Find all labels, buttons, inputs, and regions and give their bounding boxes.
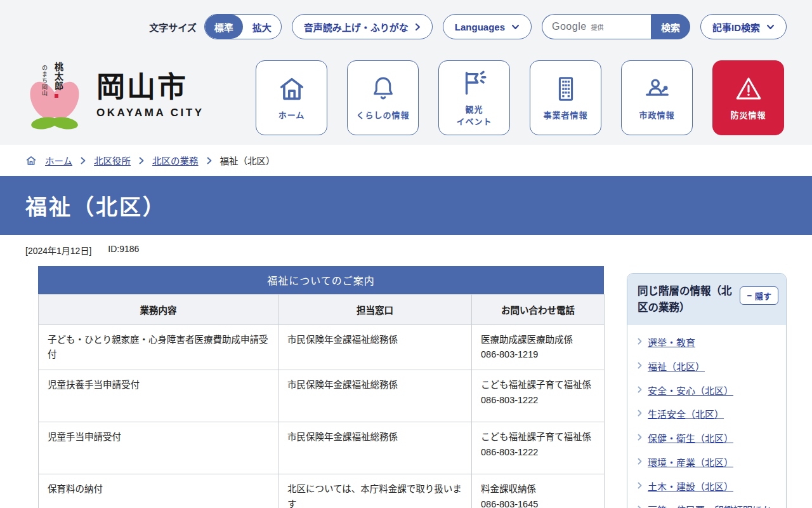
contact-phone: 086-803-1222 bbox=[481, 445, 595, 460]
sidebar-link-health-hygiene-kita[interactable]: 保健・衛生（北区） bbox=[648, 432, 733, 446]
list-item: 選挙・教育 bbox=[638, 331, 776, 355]
hide-button-label: 隠す bbox=[755, 290, 771, 302]
same-level-info-sidebar: 同じ階層の情報（北区の業務） − 隠す 選挙・教育 福祉（北区） 安全・安心（北… bbox=[627, 273, 787, 508]
bell-icon bbox=[369, 74, 398, 104]
tts-furigana-label: 音声読み上げ・ふりがな bbox=[304, 20, 409, 34]
cell-phone: 医療助成課医療助成係 086-803-1219 bbox=[472, 325, 605, 370]
column-header-desk: 担当窓口 bbox=[278, 295, 472, 325]
contact-dept: 医療助成課医療助成係 bbox=[481, 333, 595, 347]
chevron-right-icon bbox=[638, 434, 642, 441]
breadcrumb-link-home[interactable]: ホーム bbox=[45, 154, 72, 167]
site-logo[interactable]: のまち岡山 桃太郎 岡山市 OKAYAMA CITY bbox=[25, 61, 204, 131]
chevron-right-icon bbox=[139, 157, 144, 164]
google-provided-label: 提供 bbox=[591, 22, 604, 32]
chevron-right-icon bbox=[415, 23, 421, 31]
chevron-down-icon bbox=[511, 24, 520, 30]
list-item: 土木・建設（北区） bbox=[638, 475, 776, 499]
sidebar-link-election-education[interactable]: 選挙・教育 bbox=[648, 336, 695, 350]
chevron-right-icon bbox=[207, 157, 212, 164]
nav-label-living-info: くらしの情報 bbox=[356, 110, 409, 122]
contact-dept: こども福祉課子育て福祉係 bbox=[481, 378, 595, 392]
contact-dept: こども福祉課子育て福祉係 bbox=[481, 430, 595, 444]
chevron-right-icon bbox=[638, 505, 642, 508]
cell-task: 児童扶養手当申請受付 bbox=[39, 370, 278, 422]
cell-phone: こども福祉課子育て福祉係 086-803-1222 bbox=[472, 370, 605, 422]
text-size-toggle: 標準 拡大 bbox=[204, 14, 282, 39]
chevron-right-icon bbox=[638, 458, 642, 465]
home-icon bbox=[25, 155, 37, 166]
chevron-right-icon bbox=[638, 338, 642, 345]
article-id: ID:9186 bbox=[108, 244, 139, 257]
breadcrumb-link-kita-ward-office[interactable]: 北区役所 bbox=[94, 154, 131, 167]
cell-desk: 市民保険年金課福祉総務係 bbox=[278, 422, 472, 474]
column-header-phone: お問い合わせ電話 bbox=[472, 295, 605, 325]
list-item: 福祉（北区） bbox=[638, 355, 776, 379]
search-button[interactable]: 検索 bbox=[651, 14, 690, 39]
logo-tagline-sub: のまち岡山 bbox=[41, 65, 49, 97]
sidebar-link-environment-industry-kita[interactable]: 環境・産業（北区） bbox=[648, 456, 733, 470]
global-navigation: ホーム くらしの情報 観光 イベント bbox=[256, 60, 784, 135]
sidebar-link-daily-safety-kita[interactable]: 生活安全（北区） bbox=[648, 408, 724, 422]
nav-button-city-government[interactable]: 市政情報 bbox=[621, 60, 693, 135]
city-name: 岡山市 bbox=[96, 73, 204, 102]
search-input[interactable]: Google 提供 bbox=[542, 14, 651, 39]
site-search: Google 提供 検索 bbox=[542, 14, 690, 39]
publish-date: [2024年1月12日] bbox=[25, 244, 91, 257]
flag-icon bbox=[460, 68, 489, 98]
column-header-task: 業務内容 bbox=[39, 295, 278, 325]
cell-phone: こども福祉課子育て福祉係 086-803-1222 bbox=[472, 422, 605, 474]
nav-button-living-info[interactable]: くらしの情報 bbox=[347, 60, 419, 135]
sidebar-link-safety-security-kita[interactable]: 安全・安心（北区） bbox=[648, 384, 733, 398]
nav-button-business-info[interactable]: 事業者情報 bbox=[530, 60, 601, 135]
logo-tagline-main: 桃太郎 bbox=[52, 62, 65, 91]
sidebar-link-civil-construction-kita[interactable]: 土木・建設（北区） bbox=[648, 480, 733, 494]
chevron-right-icon bbox=[638, 362, 642, 369]
breadcrumb-current-page: 福祉（北区） bbox=[220, 154, 275, 167]
tts-furigana-button[interactable]: 音声読み上げ・ふりがな bbox=[292, 14, 433, 39]
hide-button[interactable]: − 隠す bbox=[740, 286, 778, 305]
minus-icon: − bbox=[747, 291, 752, 300]
sidebar-link-welfare-kita[interactable]: 福祉（北区） bbox=[648, 360, 705, 374]
building-icon bbox=[551, 74, 580, 104]
nav-button-home[interactable]: ホーム bbox=[256, 60, 327, 135]
cell-task: 保育料の納付 bbox=[39, 474, 278, 508]
article-meta: [2024年1月12日] ID:9186 bbox=[25, 244, 139, 257]
cell-desk: 北区については、本庁料金課で取り扱います bbox=[278, 474, 472, 508]
contact-dept: 料金課収納係 bbox=[481, 482, 595, 497]
languages-dropdown[interactable]: Languages bbox=[443, 14, 532, 39]
nav-label-business-info: 事業者情報 bbox=[543, 110, 587, 122]
languages-label: Languages bbox=[455, 22, 505, 32]
contact-phone: 086-803-1222 bbox=[481, 393, 595, 408]
list-item: 生活安全（北区） bbox=[638, 403, 776, 427]
article-id-search-label: 記事ID検索 bbox=[712, 20, 760, 34]
site-title: 岡山市 OKAYAMA CITY bbox=[96, 73, 204, 119]
warning-triangle-icon bbox=[734, 74, 763, 104]
cell-desk: 市民保険年金課福祉総務係 bbox=[278, 325, 472, 370]
table-row: 保育料の納付 北区については、本庁料金課で取り扱います 料金課収納係 086-8… bbox=[39, 474, 605, 508]
chevron-right-icon bbox=[638, 410, 642, 417]
site-header: 文字サイズ 標準 拡大 音声読み上げ・ふりがな Languages Google bbox=[0, 0, 812, 145]
sidebar-link-family-register-kita[interactable]: 戸籍・住民票・印鑑証明ほか（北区） bbox=[648, 504, 776, 508]
page-title-banner: 福祉（北区） bbox=[0, 176, 812, 235]
text-size-label: 文字サイズ bbox=[149, 20, 197, 34]
nav-button-tourism-events[interactable]: 観光 イベント bbox=[438, 60, 510, 135]
article-id-search-dropdown[interactable]: 記事ID検索 bbox=[700, 14, 787, 39]
contact-phone: 086-803-1645 bbox=[481, 497, 595, 508]
sidebar-header: 同じ階層の情報（北区の業務） − 隠す bbox=[627, 274, 786, 325]
peach-emblem-icon: のまち岡山 桃太郎 bbox=[25, 61, 84, 131]
chevron-right-icon bbox=[81, 157, 86, 164]
counter-person-icon bbox=[643, 74, 672, 104]
okayama-city-page: 文字サイズ 標準 拡大 音声読み上げ・ふりがな Languages Google bbox=[0, 0, 812, 508]
list-item: 戸籍・住民票・印鑑証明ほか（北区） bbox=[638, 498, 776, 508]
nav-button-disaster-info[interactable]: 防災情報 bbox=[712, 60, 784, 135]
table-header-row: 業務内容 担当窓口 お問い合わせ電話 bbox=[39, 295, 605, 325]
cell-phone: 料金課収納係 086-803-1645 bbox=[472, 474, 605, 508]
list-item: 保健・衛生（北区） bbox=[638, 427, 776, 451]
home-icon bbox=[277, 74, 306, 104]
text-size-standard-button[interactable]: 標準 bbox=[205, 15, 243, 39]
nav-label-tourism: 観光 bbox=[456, 104, 492, 116]
text-size-large-button[interactable]: 拡大 bbox=[243, 15, 281, 39]
list-item: 安全・安心（北区） bbox=[638, 379, 776, 403]
breadcrumb-link-kita-ward-services[interactable]: 北区の業務 bbox=[152, 154, 199, 167]
cell-desk: 市民保険年金課福祉総務係 bbox=[278, 370, 472, 422]
